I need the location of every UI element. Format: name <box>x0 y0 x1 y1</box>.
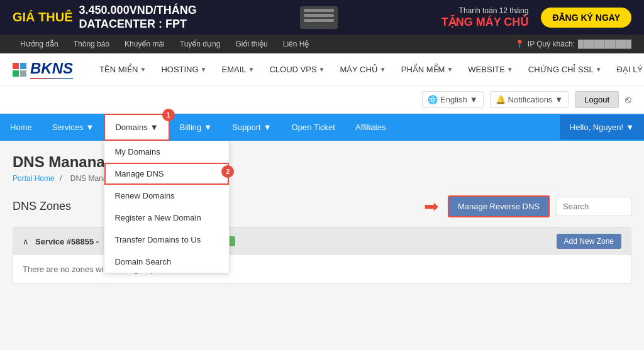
nav-phan-mem[interactable]: PHẦN MỀM ▼ <box>394 60 461 79</box>
header-actions: ➡ Manage Reverse DNS <box>424 195 631 217</box>
service-label: Service #58855 - <box>35 237 99 246</box>
logo-text-wrapper: BKNS <box>30 60 73 79</box>
hello-arrow: ▼ <box>626 123 634 132</box>
cloud-vps-arrow: ▼ <box>319 66 325 73</box>
transfer-domains-item[interactable]: Transfer Domains to Us <box>104 229 229 251</box>
main-nav: TÊN MIỀN ▼ HOSTING ▼ EMAIL ▼ CLOUD VPS ▼… <box>92 60 644 79</box>
tang-may-label: TẶNG MÁY CHỦ <box>441 15 529 29</box>
notif-arrow: ▼ <box>555 95 563 104</box>
signout-icon[interactable]: ⎋ <box>625 94 631 106</box>
logo-sq-gray <box>20 70 26 77</box>
phan-mem-arrow: ▼ <box>447 66 453 73</box>
billing-arrow: ▼ <box>204 123 212 132</box>
logo-squares <box>13 63 26 77</box>
renew-domains-item[interactable]: Renew Domains <box>104 185 229 207</box>
top-banner: GIÁ THUÊ 3.450.000VND/THÁNG DATACENTER :… <box>0 0 644 35</box>
portal-billing[interactable]: Billing ▼ <box>170 115 223 139</box>
portal-support[interactable]: Support ▼ <box>222 115 281 139</box>
ip-label: IP Quý khách: <box>528 40 575 48</box>
nav-cloud-vps[interactable]: CLOUD VPS ▼ <box>262 60 332 79</box>
dang-ky-button[interactable]: ĐĂNG KÝ NGAY <box>541 8 631 28</box>
domains-dropdown-menu: My Domains 2 Manage DNS Renew Domains Re… <box>104 141 230 273</box>
banner-left: GIÁ THUÊ 3.450.000VND/THÁNG DATACENTER :… <box>13 4 197 31</box>
website-arrow: ▼ <box>507 66 513 73</box>
logo-underline <box>30 78 73 79</box>
domain-search-item[interactable]: Domain Search <box>104 251 229 273</box>
domains-arrow: ▼ <box>150 123 158 132</box>
portal-domains[interactable]: Domains ▼ <box>104 114 169 141</box>
nav-hosting[interactable]: HOSTING ▼ <box>153 60 214 79</box>
breadcrumb-home[interactable]: Portal Home <box>13 174 55 183</box>
server-icon <box>300 6 338 29</box>
nav-ten-mien[interactable]: TÊN MIỀN ▼ <box>92 60 153 79</box>
domains-badge-wrapper: 1 Domains ▼ <box>104 114 169 141</box>
datacenter-info: 3.450.000VND/THÁNG DATACENTER : FPT <box>79 4 197 31</box>
domains-dropdown-container: 1 Domains ▼ My Domains 2 Manage DNS Rene… <box>104 114 169 141</box>
bell-icon: 🔔 <box>496 95 506 104</box>
logo-text: BKNS <box>30 60 73 77</box>
ten-mien-arrow: ▼ <box>140 66 146 73</box>
search-input[interactable] <box>556 197 631 216</box>
add-zone-button[interactable]: Add New Zone <box>557 234 621 249</box>
portal-affiliates[interactable]: Affiliates <box>345 115 396 139</box>
chung-chi-arrow: ▼ <box>596 66 602 73</box>
gia-thue-label: GIÁ THUÊ <box>13 10 73 25</box>
nav-huong-dan[interactable]: Hướng dẫn <box>13 35 66 53</box>
my-domains-item[interactable]: My Domains <box>104 141 229 163</box>
language-button[interactable]: 🌐 English ▼ <box>422 91 484 108</box>
user-actions-bar: 🌐 English ▼ 🔔 Notifications ▼ Logout ⎋ <box>0 86 644 114</box>
nav-dai-ly[interactable]: ĐẠI LÝ ▼ <box>609 60 644 79</box>
location-icon: 📍 <box>515 40 525 48</box>
service-toggle[interactable]: ∧ <box>23 237 29 246</box>
thanh-toan-label: Thanh toán 12 tháng <box>441 6 529 15</box>
breadcrumb-separator: / <box>60 174 64 183</box>
manage-reverse-dns-button[interactable]: Manage Reverse DNS <box>448 195 550 217</box>
lang-icon: 🌐 <box>428 95 438 104</box>
logout-button[interactable]: Logout <box>575 91 619 108</box>
nav-tuyen-dung[interactable]: Tuyển dụng <box>172 35 228 53</box>
services-arrow: ▼ <box>86 123 94 132</box>
nav-may-chu[interactable]: MÁY CHỦ ▼ <box>332 60 393 79</box>
logo-sq-green <box>13 70 19 77</box>
domains-badge-1: 1 <box>162 109 175 121</box>
nav-website[interactable]: WEBSITE ▼ <box>460 60 520 79</box>
nav-lien-he[interactable]: Liên Hệ <box>275 35 317 53</box>
portal-nav: Home Services ▼ 1 Domains ▼ My Domains 2… <box>0 114 644 141</box>
page-content: DNS Mananager Portal Home / DNS Manager … <box>0 141 644 329</box>
secondary-nav-links: Hướng dẫn Thông báo Khuyến mãi Tuyển dụn… <box>13 35 316 53</box>
hello-user-button[interactable]: Hello, Nguyen! ▼ <box>560 115 644 139</box>
ip-info: 📍 IP Quý khách: ██████████ <box>515 40 631 48</box>
nav-khuyen-mai[interactable]: Khuyến mãi <box>117 35 172 53</box>
nav-thong-bao[interactable]: Thông báo <box>66 35 117 53</box>
logo-sq-blue <box>20 63 26 69</box>
portal-home[interactable]: Home <box>0 115 42 139</box>
register-domain-item[interactable]: Register a New Domain <box>104 207 229 229</box>
main-header: BKNS TÊN MIỀN ▼ HOSTING ▼ EMAIL ▼ CLOUD … <box>0 53 644 86</box>
portal-open-ticket[interactable]: Open Ticket <box>282 115 345 139</box>
logo-sq-red <box>13 63 19 69</box>
hosting-arrow: ▼ <box>201 66 207 73</box>
right-arrow-icon: ➡ <box>424 196 438 217</box>
banner-right: Thanh toán 12 tháng TẶNG MÁY CHỦ <box>441 6 529 29</box>
portal-services[interactable]: Services ▼ <box>42 115 104 139</box>
lang-arrow: ▼ <box>470 95 478 104</box>
secondary-nav: Hướng dẫn Thông báo Khuyến mãi Tuyển dụn… <box>0 35 644 53</box>
logo[interactable]: BKNS <box>13 60 73 79</box>
nav-email[interactable]: EMAIL ▼ <box>214 60 262 79</box>
nav-chung-chi[interactable]: CHỨNG CHỈ SSL ▼ <box>521 60 609 79</box>
may-chu-arrow: ▼ <box>380 66 386 73</box>
support-arrow: ▼ <box>264 123 272 132</box>
nav-gioi-thieu[interactable]: Giới thiệu <box>228 35 275 53</box>
notifications-button[interactable]: 🔔 Notifications ▼ <box>490 91 569 108</box>
banner-middle <box>209 6 429 29</box>
email-arrow: ▼ <box>248 66 255 73</box>
manage-dns-item[interactable]: Manage DNS <box>104 163 229 185</box>
ip-value: ██████████ <box>578 40 631 48</box>
